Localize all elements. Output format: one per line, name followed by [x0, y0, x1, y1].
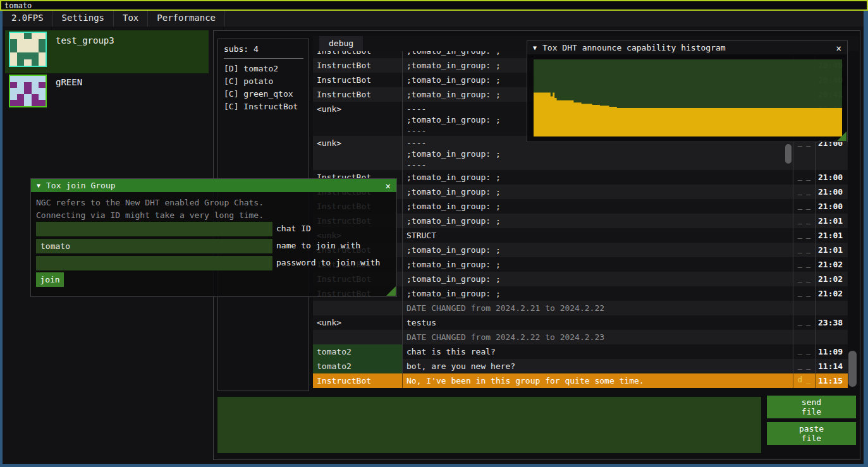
menu-bar: 2.0FPS Settings Tox Performance: [3, 11, 864, 27]
join-name-field[interactable]: [36, 239, 272, 253]
fps-indicator: 2.0FPS: [3, 11, 53, 27]
message-author: InstructBot: [313, 87, 403, 102]
date-changed-text: DATE CHANGED from 2024.2.21 to 2024.2.22: [403, 301, 793, 315]
histogram-window-title: Tox DHT announce capability histogram: [542, 43, 726, 52]
status-flag: _: [806, 199, 810, 212]
collapse-arrow-icon[interactable]: ▼: [533, 44, 537, 51]
message-text: ;tomato_in_group: ;: [403, 272, 793, 286]
message-status: __: [793, 359, 816, 373]
date-changed-text: DATE CHANGED from 2024.2.22 to 2024.2.23: [403, 330, 793, 344]
join-password-field[interactable]: [36, 256, 272, 270]
message-row[interactable]: <unk>testus__23:38: [313, 315, 848, 330]
send-file-button[interactable]: send file: [767, 396, 856, 418]
collapse-arrow-icon[interactable]: ▼: [37, 182, 40, 189]
status-flag: _: [806, 185, 810, 198]
message-text: bot, are you new here?: [403, 359, 793, 373]
message-status: [793, 330, 816, 344]
message-status: __: [793, 199, 816, 214]
app-root: tomato 2.0FPS Settings Tox Performance t…: [0, 0, 868, 467]
status-flag: _: [806, 214, 810, 227]
dht-histogram-window[interactable]: ▼ Tox DHT announce capability histogram …: [527, 40, 848, 142]
status-flag: _: [798, 185, 802, 198]
message-author: InstructBot: [313, 373, 403, 388]
close-icon[interactable]: ✕: [836, 43, 841, 53]
menu-tox[interactable]: Tox: [114, 11, 148, 27]
chat-id-label: chat ID: [276, 224, 311, 233]
status-flag: _: [806, 243, 810, 256]
message-row[interactable]: tomato2chat is this real?__11:09: [313, 344, 848, 359]
chat-id-field[interactable]: [36, 222, 272, 236]
join-window-title: Tox join Group: [46, 181, 116, 190]
message-text: No, I've been in this group for quite so…: [403, 373, 793, 388]
message-text: ;tomato_in_group: ;: [403, 214, 793, 228]
status-flag: _: [806, 228, 810, 241]
subs-count: subs: 4: [224, 44, 303, 54]
histogram-bars: [534, 59, 842, 136]
status-flag: _: [806, 344, 810, 358]
histogram-window-titlebar[interactable]: ▼ Tox DHT announce capability histogram …: [527, 41, 847, 54]
message-status: __: [793, 344, 816, 359]
message-author: <unk>: [313, 102, 403, 136]
join-description: NGC refers to the New DHT enabled Group …: [36, 197, 264, 222]
window-title: tomato: [4, 1, 32, 10]
message-status: __: [793, 170, 816, 185]
message-timestamp: 21:02: [816, 272, 848, 286]
message-author: tomato2: [313, 344, 403, 359]
tab-debug[interactable]: debug: [319, 36, 363, 51]
message-author: InstructBot: [313, 58, 403, 73]
os-titlebar[interactable]: tomato: [0, 0, 868, 11]
status-flag: _: [806, 373, 810, 387]
message-row[interactable]: tomato2bot, are you new here?__11:14: [313, 359, 848, 373]
status-flag: _: [798, 344, 802, 358]
paste-file-button[interactable]: paste file: [767, 422, 856, 445]
message-timestamp: 21:02: [816, 257, 848, 272]
status-flag: _: [806, 315, 810, 329]
message-row[interactable]: InstructBotNo, I've been in this group f…: [313, 373, 848, 388]
member-instructbot: [C] InstructBot: [224, 100, 303, 113]
message-author: <unk>: [313, 315, 403, 330]
status-flag: _: [798, 199, 802, 212]
member-potato: [C] potato: [224, 75, 303, 88]
message-author: [313, 301, 403, 315]
message-timestamp: 11:14: [816, 359, 848, 373]
resize-grip[interactable]: [386, 286, 396, 296]
message-status: d_: [793, 373, 816, 388]
resize-grip[interactable]: [837, 131, 847, 141]
window-scrollbar-thumb[interactable]: [848, 351, 857, 387]
message-author: tomato2: [313, 359, 403, 373]
message-list-scrollbar-thumb[interactable]: [785, 144, 792, 164]
status-flag: _: [798, 359, 802, 372]
menu-settings[interactable]: Settings: [53, 11, 114, 27]
group-name-label: gREEN: [56, 77, 82, 87]
message-text: ;tomato_in_group: ;: [403, 199, 793, 214]
message-author: InstructBot: [313, 73, 403, 87]
status-flag: _: [806, 272, 810, 285]
message-text: ;tomato_in_group: ;: [403, 243, 793, 257]
message-text: ;tomato_in_group: ;: [403, 257, 793, 272]
join-button[interactable]: join: [36, 272, 64, 287]
menu-performance[interactable]: Performance: [148, 11, 225, 27]
message-author: InstructBot: [313, 51, 403, 58]
message-status: __: [793, 243, 816, 257]
group-avatar-green[interactable]: [9, 75, 47, 107]
message-input[interactable]: [217, 397, 761, 453]
status-flag: _: [798, 257, 802, 270]
message-author: [313, 330, 403, 344]
status-flag: _: [806, 257, 810, 270]
date-separator-row[interactable]: DATE CHANGED from 2024.2.22 to 2024.2.23: [313, 330, 848, 344]
message-text: testus: [403, 315, 793, 330]
message-timestamp: 21:01: [816, 243, 848, 257]
group-avatar-test-group3: [9, 32, 47, 67]
message-timestamp: 21:01: [816, 228, 848, 243]
message-status: __: [793, 315, 816, 330]
message-status: __: [793, 214, 816, 228]
date-separator-row[interactable]: DATE CHANGED from 2024.2.21 to 2024.2.22: [313, 301, 848, 315]
tox-join-group-window[interactable]: ▼ Tox join Group ✕ NGC refers to the New…: [30, 178, 397, 297]
join-password-label: password to join with: [276, 258, 380, 267]
status-flag: _: [806, 170, 810, 183]
status-flag: _: [798, 170, 802, 183]
message-text: ;tomato_in_group: ;: [403, 185, 793, 199]
message-timestamp: 21:01: [816, 214, 848, 228]
join-window-titlebar[interactable]: ▼ Tox join Group ✕: [31, 179, 396, 192]
close-icon[interactable]: ✕: [386, 181, 391, 191]
